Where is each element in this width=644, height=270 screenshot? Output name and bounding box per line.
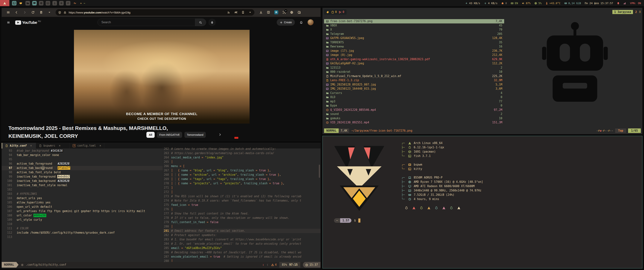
file-row-Q_VIDEO_20241220_085546.mp4[interactable]: Q_VIDEO_20241220_085546.mp497,2M — [324, 108, 504, 112]
avatar[interactable] — [308, 19, 314, 25]
workspace-pulse-icon[interactable] — [73, 1, 77, 6]
code-line-282[interactable]: 282# Protect against spambots: — [163, 233, 320, 237]
code-line-263[interactable]: 263# https://osc.garden/blog/automating-… — [163, 151, 320, 156]
search-input[interactable]: Search — [98, 21, 195, 24]
chips-scroll-chevron-icon[interactable] — [218, 132, 222, 136]
chev-left-icon[interactable] — [15, 11, 18, 14]
file-row-oth_A_ardor-gaming-wakizashi_instrukcia_130259_28082023.pdf[interactable]: oth_A_ardor-gaming-wakizashi_instrukcia_… — [324, 57, 504, 62]
code-line-283[interactable]: 283# 1. Use base64 for email (convert at… — [163, 237, 320, 242]
code-line-284[interactable]: 284# 2. Or, set 'encode_plaintext_email'… — [163, 242, 320, 246]
caret-icon[interactable] — [48, 11, 51, 14]
code-line-96[interactable]: 96active_tab_foreground #282828 — [2, 162, 163, 166]
code-line-97[interactable]: 97active_tab_background #fabd2f — [2, 166, 163, 170]
code-line-106[interactable]: 106open_url_with default — [2, 205, 163, 209]
chip-from-inegative[interactable]: From iNEGATIVE — [157, 132, 182, 138]
file-row-TORRENTS[interactable]: TORRENTS35 — [324, 40, 504, 45]
code-line-98[interactable]: 98active_tab_font_style bold — [2, 170, 163, 175]
chip-tomorrowland[interactable]: Tomorrowland — [184, 132, 206, 138]
yt-menu-icon[interactable] — [7, 21, 10, 24]
code-line-108[interactable]: 108url_color #00bd36 — [2, 213, 163, 218]
buffer-tab-kitty.conf[interactable]: kitty.conf× — [2, 143, 36, 149]
file-row-GkFPR-GXUAACWSS.jpeg[interactable]: GkFPR-GXUAACWSS.jpeg128,4K — [324, 36, 504, 40]
code-line-278[interactable]: 278# If it's set to false, only the desc… — [163, 216, 320, 220]
code-line-264[interactable]: 264social_media_card = "index.jpg" — [163, 156, 320, 160]
workspace-terminal-icon[interactable] — [12, 1, 16, 6]
code-line-277[interactable]: 277# Show the full post content in the A… — [163, 211, 320, 216]
file-row-Telegram[interactable]: Telegram205 — [324, 32, 504, 36]
code-line-102[interactable]: 102 — [2, 188, 163, 192]
url-bar[interactable]: https://www.youtube.com/watch?v=5b8A-jgx… — [56, 9, 254, 16]
code-line-271[interactable]: 271] — [163, 186, 320, 190]
translate-icon[interactable] — [234, 11, 238, 14]
file-row-image (17).jpg[interactable]: image (17).jpg236,7K — [324, 49, 504, 53]
code-line-113[interactable]: 113 — [2, 235, 163, 239]
editor-pane-config-toml[interactable]: 262# Learn how to create these images in… — [163, 147, 320, 262]
close-icon[interactable]: × — [59, 144, 60, 147]
video-player[interactable]: BECOME A MEMBER OF THE CHANNEL CHECK OUT… — [74, 30, 250, 123]
file-row-X[interactable]: X79 — [324, 28, 504, 32]
code-line-269[interactable]: 269│ │ { name = "tags", url = "tags", tr… — [163, 177, 320, 181]
book-icon[interactable] — [267, 11, 270, 14]
close-icon[interactable]: × — [100, 144, 101, 147]
file-row-Lens-FREE-1.3.zip[interactable]: Lens-FREE-1.3.zip32,9M — [324, 78, 504, 82]
download-icon[interactable] — [259, 11, 263, 14]
crop-icon[interactable]: × — [282, 11, 286, 14]
search-bar[interactable]: Search — [98, 19, 206, 26]
file-row-MiniFuse1_Firmware_Update_1_5_0_212_win.mf[interactable]: MiniFuse1_Firmware_Update_1_5_0_212_win.… — [324, 74, 504, 78]
terminal-window[interactable]: ╭─Arch Linux x86_64├─6.12.16-lqx1-1-lqx├… — [322, 136, 642, 268]
file-row-mp3[interactable]: mp377 — [324, 99, 504, 104]
puzzle-icon[interactable] — [298, 11, 301, 14]
code-line-286[interactable]: 286# Decoding requires ~400 bytes of Jav… — [163, 250, 320, 255]
file-row-sound[interactable]: sound2 — [324, 112, 504, 116]
workspace-media-icon[interactable] — [46, 1, 50, 6]
sidebar-icon[interactable] — [40, 11, 43, 14]
code-line-270[interactable]: 270│ │ { name = "projects", url = "proje… — [163, 181, 320, 186]
code-line-273[interactable]: 273# The RSS icon will be shown if (1) i… — [163, 194, 320, 199]
shell-prompt[interactable]: ~ 1.57 $ — [334, 218, 360, 223]
file-row-IMG_20250128_091825_007.jpg[interactable]: IMG_20250128_091825_007.jpg5,1M — [324, 82, 504, 87]
code-line-266[interactable]: 266menu = [ — [163, 164, 320, 168]
chev-right-icon[interactable] — [23, 11, 26, 14]
workspace-chat-icon[interactable] — [32, 1, 37, 6]
file-row-Пингвины[interactable]: Пингвины16 — [324, 44, 504, 49]
code-line-104[interactable]: 104detect_urls yes — [2, 196, 163, 200]
file-row-image (8).jpg[interactable]: image (8).jpg212,4K — [324, 53, 504, 57]
shield-icon[interactable] — [58, 11, 61, 14]
launcher-arch-icon[interactable] — [0, 0, 9, 6]
bookmark-icon[interactable] — [241, 11, 245, 14]
tab-2-label[interactable]: X — [639, 10, 641, 14]
code-line-112[interactable]: 112include /home/$USER/.config/kitty/the… — [2, 231, 163, 235]
code-line-265[interactable]: 265│ — [163, 160, 320, 164]
file-row-free-icon-bot-7167276.png[interactable]: free-icon-bot-7167276.png7,4K — [324, 19, 504, 24]
file-row-000-razobrat[interactable]: 000-razobrat10 — [324, 70, 504, 74]
tab-2-number[interactable]: 2 — [635, 10, 637, 14]
search-button[interactable] — [195, 19, 206, 26]
file-row-OLD[interactable]: OLD0 — [324, 95, 504, 99]
file-row-gomuks[interactable]: gomuks10 — [324, 116, 504, 120]
reload-icon[interactable] — [31, 11, 35, 14]
voice-search-button[interactable] — [208, 19, 216, 26]
code-line-107[interactable]: 107url_prefixes file ftp ftps gemini git… — [2, 209, 163, 213]
code-line-281[interactable]: 281# Email address for footer's social s… — [163, 229, 320, 233]
code-line-110[interactable]: 110 — [2, 222, 163, 226]
workspace-folder-icon[interactable] — [26, 1, 30, 6]
file-row-VBOX[interactable]: VBOX45 — [324, 24, 504, 28]
code-line-276[interactable]: 276│ — [163, 207, 320, 211]
code-line-95[interactable]: 95 — [2, 157, 163, 162]
hamburger-icon[interactable] — [6, 11, 10, 14]
create-button[interactable]: Create — [277, 19, 295, 26]
file-row-Буря[interactable]: Буря0 — [324, 103, 504, 108]
code-line-275[interactable]: 275feed_icon = true — [163, 203, 320, 207]
globe-icon[interactable] — [290, 11, 293, 14]
code-line-268[interactable]: 268│ │ { name = "archive", url = "archiv… — [163, 173, 320, 177]
code-line-100[interactable]: 100inactive_tab_background #282828 — [2, 179, 163, 183]
chip-all[interactable]: All — [146, 132, 155, 138]
file-row-Cursors[interactable]: Cursors4 — [324, 91, 504, 95]
file-row-123113[interactable]: 1231132 — [324, 66, 504, 70]
code-line-262[interactable]: 262# Learn how to create these images in… — [163, 147, 320, 151]
code-line-93[interactable]: 93#tab_bar_background #161616 — [2, 149, 163, 153]
workspace-download-icon[interactable] — [52, 1, 57, 6]
workspace-windows-icon[interactable] — [39, 1, 44, 6]
close-icon[interactable]: × — [30, 144, 32, 147]
buffer-tab-bspwmrc[interactable]: bspwmrc× — [36, 143, 70, 149]
